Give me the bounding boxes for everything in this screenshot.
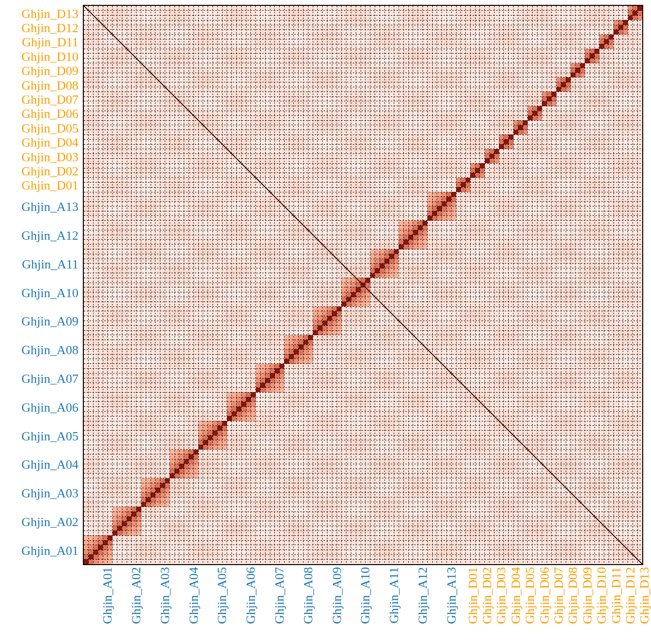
grid-v xyxy=(628,6,628,564)
grid-h xyxy=(84,254,642,254)
grid-h xyxy=(84,39,642,39)
x-tick-label: Ghjin_A05 xyxy=(216,567,229,624)
grid-v xyxy=(618,6,619,564)
x-tick-label: Ghjin_A01 xyxy=(101,567,114,624)
grid-v xyxy=(208,6,208,564)
grid-h xyxy=(84,421,642,421)
grid-h xyxy=(84,368,642,369)
grid-h xyxy=(84,215,642,216)
grid-v xyxy=(155,6,155,564)
grid-v xyxy=(547,6,547,564)
grid-h xyxy=(84,469,642,469)
grid-h xyxy=(84,306,642,307)
grid-h xyxy=(84,20,642,20)
grid-h xyxy=(84,225,642,226)
grid-v xyxy=(394,6,394,564)
grid-h xyxy=(84,283,642,283)
x-tick-label: Ghjin_D07 xyxy=(553,567,565,624)
grid-v xyxy=(479,6,480,564)
grid-h xyxy=(84,53,642,54)
grid-h xyxy=(84,554,642,555)
grid-h xyxy=(84,63,642,63)
grid-v xyxy=(427,6,428,564)
grid-h xyxy=(84,249,642,249)
grid-h xyxy=(84,49,642,49)
grid-h xyxy=(84,10,642,11)
grid-v xyxy=(246,6,247,564)
grid-v xyxy=(494,6,495,564)
grid-v xyxy=(537,6,537,564)
y-tick-label: Ghjin_D11 xyxy=(22,36,78,49)
grid-v xyxy=(308,6,308,564)
grid-h xyxy=(84,406,642,407)
grid-h xyxy=(84,206,642,207)
grid-v xyxy=(594,6,595,564)
grid-h xyxy=(84,430,642,431)
grid-v xyxy=(260,6,261,564)
grid-h xyxy=(84,58,642,58)
grid-h xyxy=(84,244,642,245)
grid-h xyxy=(84,130,642,130)
grid-h xyxy=(84,464,642,464)
y-tick-label: Ghjin_D06 xyxy=(21,108,78,120)
grid-v xyxy=(356,6,356,564)
grid-h xyxy=(84,163,642,164)
y-tick-label: Ghjin_D01 xyxy=(21,179,78,192)
grid-h xyxy=(84,559,642,560)
grid-v xyxy=(93,6,94,564)
x-tick-label: Ghjin_A12 xyxy=(417,567,429,624)
grid-v xyxy=(571,6,571,564)
grid-h xyxy=(84,473,642,474)
y-tick-label: Ghjin_D03 xyxy=(21,151,78,164)
grid-v xyxy=(451,6,452,564)
grid-v xyxy=(590,6,590,564)
y-tick-label: Ghjin_A01 xyxy=(21,545,78,557)
y-tick-label: Ghjin_A02 xyxy=(21,516,78,529)
grid-h xyxy=(84,153,642,154)
grid-h xyxy=(84,497,642,497)
grid-h xyxy=(84,168,642,169)
y-tick-label: Ghjin_D02 xyxy=(21,165,78,178)
x-tick-label: Ghjin_A11 xyxy=(388,567,401,624)
grid-h xyxy=(84,344,642,345)
grid-v xyxy=(446,6,447,564)
grid-h xyxy=(84,335,642,335)
grid-h xyxy=(84,425,642,426)
grid-h xyxy=(84,454,642,455)
grid-h xyxy=(84,187,642,188)
grid-h xyxy=(84,111,642,111)
grid-v xyxy=(174,6,175,564)
grid-v xyxy=(313,6,313,564)
x-tick-label: Ghjin_A07 xyxy=(273,567,286,624)
grid-v xyxy=(508,6,509,564)
x-tick-label: Ghjin_D03 xyxy=(495,567,508,624)
grid-v xyxy=(231,6,232,564)
grid-h xyxy=(84,77,642,77)
y-tick-label: Ghjin_D12 xyxy=(21,22,78,35)
grid-h xyxy=(84,230,642,230)
grid-h xyxy=(84,235,642,235)
grid-h xyxy=(84,325,642,326)
grid-h xyxy=(84,196,642,197)
grid-h xyxy=(84,502,642,502)
grid-h xyxy=(84,134,642,135)
grid-h xyxy=(84,488,642,488)
grid-h xyxy=(84,287,642,287)
grid-v xyxy=(437,6,437,564)
grid-v xyxy=(542,6,542,564)
grid-v xyxy=(465,6,466,564)
grid-h xyxy=(84,101,642,101)
grid-v xyxy=(212,6,213,564)
grid-v xyxy=(179,6,179,564)
grid-h xyxy=(84,144,642,145)
x-tick-label: Ghjin_D06 xyxy=(538,567,551,624)
grid-h xyxy=(84,516,642,517)
x-tick-label: Ghjin_A08 xyxy=(302,567,315,624)
grid-h xyxy=(84,25,642,25)
grid-v xyxy=(518,6,518,564)
grid-h xyxy=(84,321,642,321)
grid-h xyxy=(84,387,642,388)
grid-v xyxy=(184,6,184,564)
grid-v xyxy=(170,6,170,564)
x-tick-label: Ghjin_D05 xyxy=(524,567,536,624)
